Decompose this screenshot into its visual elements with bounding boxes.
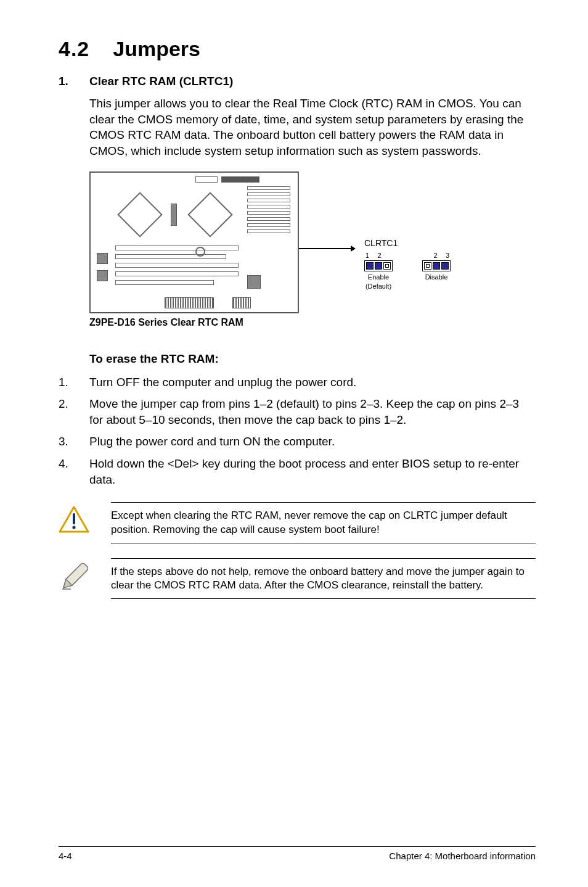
pin-num: 2 bbox=[377, 252, 381, 259]
list-item: 4.Hold down the <Del> key during the boo… bbox=[59, 456, 536, 487]
motherboard-outline bbox=[89, 171, 299, 313]
pencil-note-icon bbox=[59, 562, 89, 593]
jumper-state-label: Disable bbox=[422, 273, 451, 281]
pin-num: 3 bbox=[446, 252, 449, 259]
pin-num: 2 bbox=[433, 252, 437, 259]
erase-heading: To erase the RTC RAM: bbox=[89, 352, 536, 366]
svg-point-2 bbox=[72, 526, 75, 529]
warning-text: Except when clearing the RTC RAM, never … bbox=[111, 502, 536, 543]
jumper-state-label: Enable bbox=[364, 273, 393, 281]
board-diagram: CLRTC1 1 2 Enable (Default) bbox=[89, 171, 447, 335]
step-text: Hold down the <Del> key during the boot … bbox=[89, 456, 536, 487]
step-text: Turn OFF the computer and unplug the pow… bbox=[89, 374, 356, 390]
jumper-disable: 2 3 Disable bbox=[422, 252, 451, 290]
list-item: 3.Plug the power cord and turn ON the co… bbox=[59, 434, 536, 450]
list-item: 2.Move the jumper cap from pins 1–2 (def… bbox=[59, 396, 536, 427]
pin-num: 1 bbox=[365, 252, 369, 259]
item-index: 1. bbox=[59, 75, 89, 88]
item-title: Clear RTC RAM (CLRTC1) bbox=[89, 75, 233, 88]
step-text: Move the jumper cap from pins 1–2 (defau… bbox=[89, 396, 536, 427]
chapter-label: Chapter 4: Motherboard information bbox=[389, 851, 536, 861]
arrow-head-icon bbox=[351, 245, 356, 252]
page-number: 4-4 bbox=[59, 851, 72, 861]
note-callout: If the steps above do not help, remove t… bbox=[59, 558, 536, 599]
board-caption: Z9PE-D16 Series Clear RTC RAM bbox=[89, 317, 447, 328]
step-text: Plug the power cord and turn ON the comp… bbox=[89, 434, 335, 450]
jumper-state-sub: (Default) bbox=[364, 283, 393, 290]
warning-callout: Except when clearing the RTC RAM, never … bbox=[59, 502, 536, 543]
item-paragraph: This jumper allows you to clear the Real… bbox=[89, 96, 536, 159]
section-number: 4.2 bbox=[59, 37, 89, 60]
section-heading: 4.2Jumpers bbox=[59, 37, 536, 61]
list-item: 1.Turn OFF the computer and unplug the p… bbox=[59, 374, 536, 390]
section-title: Jumpers bbox=[113, 37, 200, 60]
jumper-detail: CLRTC1 1 2 Enable (Default) bbox=[364, 238, 451, 290]
jumper-enable: 1 2 Enable (Default) bbox=[364, 252, 393, 290]
note-text: If the steps above do not help, remove t… bbox=[111, 558, 536, 599]
warning-icon bbox=[59, 506, 89, 533]
steps-list: 1.Turn OFF the computer and unplug the p… bbox=[59, 374, 536, 488]
jumper-name: CLRTC1 bbox=[364, 238, 451, 248]
item-heading: 1. Clear RTC RAM (CLRTC1) bbox=[59, 75, 536, 88]
arrow-line bbox=[299, 248, 353, 249]
page-footer: 4-4 Chapter 4: Motherboard information bbox=[59, 846, 536, 861]
